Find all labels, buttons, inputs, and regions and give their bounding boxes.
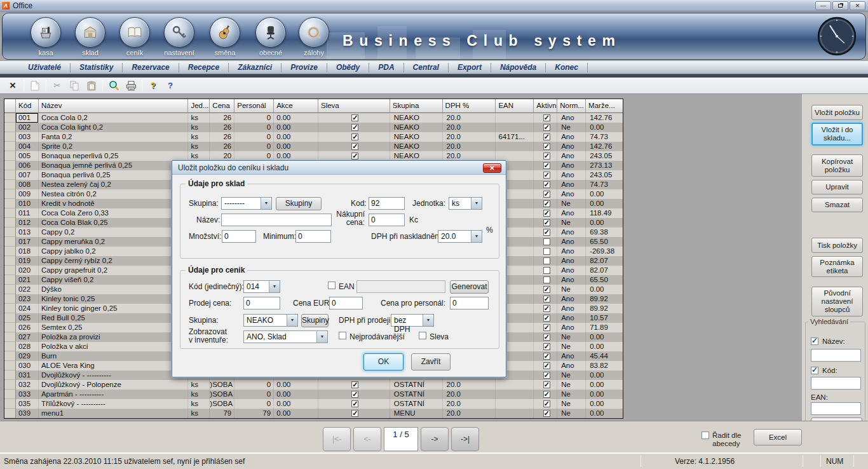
aktivni-checkbox[interactable] bbox=[543, 410, 550, 417]
nav-smena[interactable]: směna bbox=[201, 17, 249, 57]
sleva-checkbox[interactable] bbox=[351, 114, 358, 121]
page-first-button[interactable]: |<- bbox=[323, 427, 351, 451]
aktivni-checkbox[interactable] bbox=[543, 343, 550, 350]
nav-sklad[interactable]: sklad bbox=[66, 17, 114, 57]
row-selector[interactable] bbox=[4, 342, 16, 351]
table-row[interactable]: 033 Apartmán - ---------- ks )SOBA 0 0.0… bbox=[4, 390, 623, 399]
row-selector[interactable] bbox=[4, 409, 16, 418]
row-selector[interactable] bbox=[4, 123, 16, 132]
column-header-akce[interactable]: Akce bbox=[274, 99, 318, 113]
column-header-sleva[interactable]: Sleva bbox=[318, 99, 390, 113]
aktivni-checkbox[interactable] bbox=[543, 248, 550, 255]
nav-cenik[interactable]: ceník bbox=[111, 17, 159, 57]
close-button[interactable]: ✕ bbox=[850, 1, 865, 10]
column-header-marze[interactable]: Marže... bbox=[586, 99, 623, 113]
nav-kasa[interactable]: kasa bbox=[22, 17, 70, 57]
row-selector[interactable] bbox=[4, 199, 16, 208]
puvodni-nastaveni-button[interactable]: Původní nastavení sloupců bbox=[811, 287, 863, 316]
poznamka-etiketa-button[interactable]: Poznámka etiketa bbox=[811, 256, 863, 277]
page-last-button[interactable]: ->| bbox=[451, 427, 479, 451]
search-ean-input[interactable] bbox=[811, 402, 861, 415]
aktivni-checkbox[interactable] bbox=[543, 191, 550, 198]
sleva-checkbox[interactable] bbox=[351, 143, 358, 150]
row-selector[interactable] bbox=[4, 247, 16, 256]
aktivni-checkbox[interactable] bbox=[543, 114, 550, 121]
row-selector[interactable] bbox=[4, 332, 16, 342]
column-header-norm[interactable]: Norm... bbox=[557, 99, 586, 113]
menu-tab[interactable]: Obědy bbox=[327, 63, 369, 72]
sleva-checkbox[interactable] bbox=[351, 391, 358, 398]
nazev-input[interactable] bbox=[221, 214, 332, 226]
search-kod-checkbox[interactable] bbox=[811, 367, 818, 374]
row-selector[interactable] bbox=[4, 361, 16, 370]
ean-checkbox[interactable] bbox=[328, 282, 336, 289]
table-row[interactable]: 035 Třílůžkový - ---------- ks )SOBA 0 0… bbox=[4, 399, 623, 409]
column-header-ean[interactable]: EAN bbox=[496, 99, 534, 113]
menu-tab[interactable]: Konec bbox=[546, 63, 588, 72]
table-row[interactable]: 001 Coca Cola 0,2 ks 26 0 0.00 NEAKO 20.… bbox=[4, 113, 623, 123]
menu-tab[interactable]: Zákazníci bbox=[229, 63, 281, 72]
aktivni-checkbox[interactable] bbox=[543, 133, 550, 140]
row-selector[interactable] bbox=[4, 380, 16, 390]
page-next-button[interactable]: -> bbox=[421, 427, 449, 451]
aktivni-checkbox[interactable] bbox=[543, 210, 550, 217]
aktivni-checkbox[interactable] bbox=[543, 181, 550, 188]
sleva-checkbox[interactable] bbox=[351, 133, 358, 140]
aktivni-checkbox[interactable] bbox=[543, 200, 550, 207]
row-selector[interactable] bbox=[4, 285, 16, 294]
aktivni-checkbox[interactable] bbox=[543, 391, 550, 398]
upravit-button[interactable]: Upravit bbox=[811, 180, 863, 194]
copy-icon[interactable] bbox=[68, 80, 81, 92]
table-row[interactable]: 032 Dvojlůžkový - Polopenze ks )SOBA 0 0… bbox=[4, 380, 623, 390]
column-header-jednotka[interactable]: Jed... bbox=[188, 99, 210, 113]
sleva-checkbox-dialog[interactable] bbox=[419, 332, 426, 339]
nav-zalohy[interactable]: zálohy bbox=[290, 17, 338, 57]
row-selector[interactable] bbox=[4, 323, 16, 332]
row-selector[interactable] bbox=[4, 294, 16, 304]
smazat-button[interactable]: Smazat bbox=[811, 198, 863, 212]
menu-tab[interactable]: Recepce bbox=[179, 63, 229, 72]
aktivni-checkbox[interactable] bbox=[543, 153, 550, 160]
menu-tab[interactable]: Nápověda bbox=[491, 63, 546, 72]
restore-button[interactable] bbox=[832, 1, 848, 10]
table-row[interactable]: 004 Sprite 0,2 ks 26 0 0.00 NEAKO 20.0 A… bbox=[4, 142, 623, 151]
close-x-icon[interactable]: ✕ bbox=[6, 80, 19, 92]
ean-input[interactable] bbox=[356, 280, 445, 293]
skupiny-cenik-button[interactable]: Skupiny bbox=[301, 314, 329, 327]
sleva-checkbox[interactable] bbox=[351, 410, 358, 417]
dialog-close-button[interactable]: ✕ bbox=[483, 163, 501, 173]
sleva-checkbox[interactable] bbox=[351, 381, 358, 388]
nav-nastaveni[interactable]: nastavení bbox=[155, 17, 203, 57]
column-header-personal[interactable]: Personál bbox=[234, 99, 274, 113]
menu-tab[interactable]: Statistiky bbox=[71, 63, 123, 72]
aktivni-checkbox[interactable] bbox=[543, 257, 550, 264]
table-row[interactable]: 003 Fanta 0,2 ks 26 0 0.00 NEAKO 20.0 64… bbox=[4, 132, 623, 142]
menu-tab[interactable]: Export bbox=[449, 63, 491, 72]
dialog-titlebar[interactable]: Uložit položku do ceníku i skladu bbox=[172, 161, 506, 175]
prodej-cena-input[interactable]: 0 bbox=[243, 297, 280, 309]
row-selector[interactable] bbox=[4, 313, 16, 323]
row-selector[interactable] bbox=[4, 304, 16, 313]
page-prev-button[interactable]: <- bbox=[353, 427, 381, 451]
skupina-cenik-select[interactable]: NEAKO bbox=[243, 314, 298, 327]
aktivni-checkbox[interactable] bbox=[543, 353, 550, 360]
row-selector[interactable] bbox=[4, 351, 16, 361]
menu-tab[interactable]: PDA bbox=[369, 63, 403, 72]
table-row[interactable]: 039 menu1 ks 79 79 0.00 MENU 20.0 Ne 0.0… bbox=[4, 409, 623, 418]
aktivni-checkbox[interactable] bbox=[543, 238, 550, 245]
column-header-cena[interactable]: Cena bbox=[210, 99, 234, 113]
aktivni-checkbox[interactable] bbox=[543, 315, 550, 322]
column-header-nazev[interactable]: Název bbox=[39, 99, 188, 113]
row-selector[interactable] bbox=[4, 256, 16, 266]
search-nazev-input[interactable] bbox=[811, 349, 861, 362]
generovat-button[interactable]: Generovat bbox=[450, 280, 489, 294]
row-selector[interactable] bbox=[4, 161, 16, 170]
row-selector[interactable] bbox=[4, 208, 16, 218]
kod-input[interactable]: 92 bbox=[369, 197, 405, 210]
row-selector[interactable] bbox=[4, 228, 16, 237]
aktivni-checkbox[interactable] bbox=[543, 124, 550, 131]
menu-tab[interactable]: Central bbox=[404, 63, 449, 72]
aktivni-checkbox[interactable] bbox=[543, 372, 550, 379]
row-selector[interactable] bbox=[4, 132, 16, 142]
zavrit-button[interactable]: Zavřít bbox=[411, 353, 451, 370]
